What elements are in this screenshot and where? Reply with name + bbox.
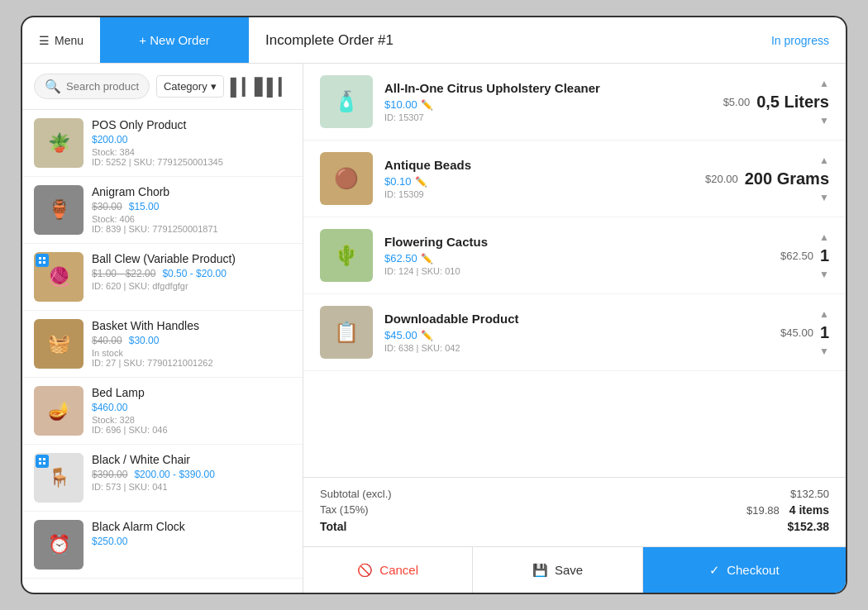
- edit-price-icon[interactable]: ✏️: [421, 253, 433, 264]
- order-item: 🌵 Flowering Cactus $62.50 ✏️ ID: 124 | S…: [303, 217, 846, 294]
- order-item-right: ▲ $5.00 0,5 Liters ▼: [723, 78, 829, 126]
- order-item-id: ID: 124 | SKU: 010: [384, 266, 718, 276]
- product-image: 🪴: [34, 118, 83, 168]
- edit-price-icon[interactable]: ✏️: [421, 330, 433, 341]
- product-stock: Stock: 406: [92, 214, 291, 224]
- checkmark-icon: ✓: [709, 563, 720, 578]
- barcode-icon[interactable]: ▌▎▋▌▎: [231, 77, 291, 97]
- subtotal-value: $132.50: [790, 488, 829, 500]
- product-id: ID: 696 | SKU: 046: [92, 425, 291, 435]
- svg-rect-7: [43, 462, 45, 465]
- variable-badge: [36, 254, 49, 267]
- order-item-price-row: $10.00 ✏️: [384, 98, 712, 111]
- list-item[interactable]: 🧺 Basket With Handles $40.00 $30.00 In s…: [22, 311, 303, 378]
- checkout-label: Checkout: [727, 563, 779, 577]
- collapse-icon[interactable]: ▼: [819, 115, 829, 126]
- order-item-price: $45.00: [384, 329, 417, 341]
- total-row: Total $152.38: [320, 520, 829, 533]
- svg-rect-0: [39, 257, 41, 260]
- product-original-price: $1.00 - $22.00: [92, 268, 155, 279]
- header: ☰ Menu + New Order Incomplete Order #1 I…: [22, 17, 846, 64]
- list-item[interactable]: 🪑 Black / White Chair $390.00 $200.00 - …: [22, 445, 303, 512]
- order-status: In progress: [755, 34, 846, 47]
- list-item[interactable]: 🪴 POS Only Product $200.00 Stock: 384 ID…: [22, 110, 303, 177]
- order-item-right: ▲ $20.00 200 Grams ▼: [705, 155, 829, 203]
- edit-price-icon[interactable]: ✏️: [421, 99, 433, 111]
- expand-icon[interactable]: ▲: [819, 231, 829, 243]
- cancel-button[interactable]: 🚫 Cancel: [303, 547, 473, 593]
- search-bar: 🔍 Category ▾ ▌▎▋▌▎: [22, 64, 303, 110]
- order-item-subtotal: $45.00: [780, 326, 813, 339]
- order-item-name: All-In-One Citrus Upholstery Cleaner: [384, 81, 712, 95]
- order-item-qty[interactable]: 200 Grams: [745, 169, 829, 188]
- product-sale-price: $200.00 - $390.00: [134, 469, 214, 480]
- right-panel: 🧴 All-In-One Citrus Upholstery Cleaner $…: [303, 64, 846, 593]
- product-sale-price: $30.00: [129, 335, 160, 346]
- cancel-icon: 🚫: [357, 563, 373, 578]
- subtotal-row: Subtotal (excl.) $132.50: [320, 488, 829, 500]
- product-info: Bed Lamp $460.00 Stock: 328 ID: 696 | SK…: [92, 386, 291, 435]
- product-info: Black Alarm Clock $250.00: [92, 520, 291, 549]
- product-id: ID: 620 | SKU: dfgdfgfgr: [92, 281, 291, 291]
- tax-row: Tax (15%) $19.88 4 items: [320, 503, 829, 517]
- product-price: $200.00: [92, 134, 127, 145]
- variable-badge: [36, 455, 49, 468]
- product-name: Bed Lamp: [92, 386, 291, 399]
- order-item-thumbnail: 🌵: [320, 229, 373, 282]
- order-item-name: Downloadable Product: [384, 312, 718, 326]
- edit-price-icon[interactable]: ✏️: [415, 176, 427, 188]
- collapse-icon[interactable]: ▼: [819, 346, 829, 357]
- order-item-right: ▲ $45.00 1 ▼: [730, 308, 829, 357]
- order-item-name: Antique Beads: [384, 158, 694, 172]
- checkout-button[interactable]: ✓ Checkout: [643, 547, 846, 593]
- list-item[interactable]: 🏺 Anigram Chorb $30.00 $15.00 Stock: 406…: [22, 177, 303, 244]
- product-stock: In stock: [92, 348, 291, 358]
- search-icon: 🔍: [45, 79, 61, 94]
- product-id: ID: 5252 | SKU: 7791250001345: [92, 157, 291, 167]
- order-item-thumbnail: 🧴: [320, 75, 373, 128]
- tax-value: $19.88: [746, 504, 780, 517]
- expand-icon[interactable]: ▲: [819, 308, 829, 320]
- save-icon: 💾: [532, 563, 548, 578]
- menu-button[interactable]: ☰ Menu: [22, 17, 100, 63]
- svg-rect-6: [39, 462, 41, 465]
- product-id: ID: 27 | SKU: 7790121001262: [92, 358, 291, 368]
- product-thumbnail: 🧺: [34, 319, 83, 369]
- product-info: Black / White Chair $390.00 $200.00 - $3…: [92, 453, 291, 492]
- menu-icon: ☰: [39, 34, 50, 47]
- products-list: 🪴 POS Only Product $200.00 Stock: 384 ID…: [22, 110, 303, 593]
- collapse-icon[interactable]: ▼: [819, 192, 829, 203]
- product-image: 🪑: [34, 453, 83, 503]
- product-thumbnail: 🪑: [34, 453, 83, 503]
- order-item-price: $0.10: [384, 175, 412, 188]
- search-input[interactable]: [66, 80, 139, 93]
- save-button[interactable]: 💾 Save: [473, 547, 642, 593]
- expand-icon[interactable]: ▲: [819, 78, 829, 89]
- product-original-price: $390.00: [92, 469, 127, 480]
- order-item-subtotal: $5.00: [723, 96, 751, 108]
- product-sale-price: $15.00: [129, 201, 160, 212]
- product-thumbnail: 🪴: [34, 118, 83, 168]
- order-item-qty[interactable]: 1: [820, 323, 829, 342]
- list-item[interactable]: ⏰ Black Alarm Clock $250.00: [22, 512, 303, 579]
- category-button[interactable]: Category ▾: [156, 75, 224, 98]
- new-order-button[interactable]: + New Order: [100, 17, 249, 63]
- order-item-price-row: $45.00 ✏️: [384, 329, 718, 341]
- list-item[interactable]: 🧶 Ball Clew (Variable Product) $1.00 - $…: [22, 244, 303, 311]
- order-item-price: $62.50: [384, 252, 417, 264]
- order-item-price-row: $0.10 ✏️: [384, 175, 694, 188]
- list-item[interactable]: 🪔 Bed Lamp $460.00 Stock: 328 ID: 696 | …: [22, 378, 303, 445]
- order-item-id: ID: 15307: [384, 112, 712, 122]
- product-image: 🧶: [34, 252, 83, 302]
- product-name: Anigram Chorb: [92, 185, 291, 198]
- search-input-wrap[interactable]: 🔍: [34, 74, 150, 99]
- collapse-icon[interactable]: ▼: [819, 269, 829, 280]
- product-name: POS Only Product: [92, 118, 291, 131]
- order-item-qty[interactable]: 0,5 Liters: [756, 93, 829, 112]
- expand-icon[interactable]: ▲: [819, 155, 829, 166]
- order-item-info: Antique Beads $0.10 ✏️ ID: 15309: [384, 158, 694, 199]
- order-summary: Subtotal (excl.) $132.50 Tax (15%) $19.8…: [303, 477, 846, 546]
- svg-rect-5: [43, 458, 45, 460]
- order-item-qty[interactable]: 1: [820, 246, 829, 265]
- order-item-id: ID: 638 | SKU: 042: [384, 343, 718, 353]
